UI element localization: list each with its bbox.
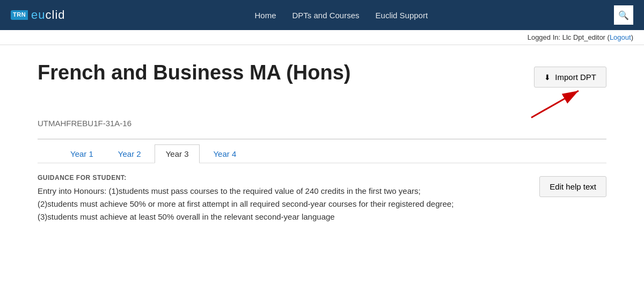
page-title: French and Business MA (Hons) xyxy=(38,61,350,85)
nav-euclid-support[interactable]: Euclid Support xyxy=(376,11,428,20)
svg-line-1 xyxy=(531,91,579,118)
page-subtitle: UTMAHFREBU1F-31A-16 xyxy=(38,119,606,128)
logo: TRN euclid xyxy=(11,8,69,22)
search-icon: 🔍 xyxy=(618,10,629,20)
logo-trn: TRN xyxy=(11,10,28,19)
guidance-section: GUIDANCE FOR STUDENT: Entry into Honours… xyxy=(38,163,606,234)
logo-euclid: euclid xyxy=(28,8,69,22)
nav-home[interactable]: Home xyxy=(254,11,276,20)
tab-year-3[interactable]: Year 3 xyxy=(155,144,200,163)
tab-year-4[interactable]: Year 4 xyxy=(202,144,247,163)
tab-year-1[interactable]: Year 1 xyxy=(59,144,105,163)
logout-link[interactable]: Logout xyxy=(610,33,631,41)
main-content: French and Business MA (Hons) ⬇ Import D… xyxy=(27,45,617,250)
login-text: Logged In: Llc Dpt_editor ( xyxy=(528,33,610,41)
annotation-arrow xyxy=(499,76,606,119)
tab-year-2[interactable]: Year 2 xyxy=(107,144,152,163)
main-nav: Home DPTs and Courses Euclid Support xyxy=(69,11,614,20)
tabs-row: Year 1 Year 2 Year 3 Year 4 xyxy=(38,140,606,163)
guidance-body: Entry into Honours: (1)students must pas… xyxy=(38,185,456,223)
year-tabs-section: Year 1 Year 2 Year 3 Year 4 xyxy=(38,139,606,163)
login-bar: Logged In: Llc Dpt_editor (Logout) xyxy=(0,30,644,45)
guidance-text-block: GUIDANCE FOR STUDENT: Entry into Honours… xyxy=(38,174,456,223)
nav-dpts-courses[interactable]: DPTs and Courses xyxy=(292,11,360,20)
login-text-end: ) xyxy=(631,33,633,41)
guidance-label: GUIDANCE FOR STUDENT: xyxy=(38,174,456,182)
site-header: TRN euclid Home DPTs and Courses Euclid … xyxy=(0,0,644,30)
edit-help-text-button[interactable]: Edit help text xyxy=(539,176,606,197)
search-button[interactable]: 🔍 xyxy=(614,5,633,25)
